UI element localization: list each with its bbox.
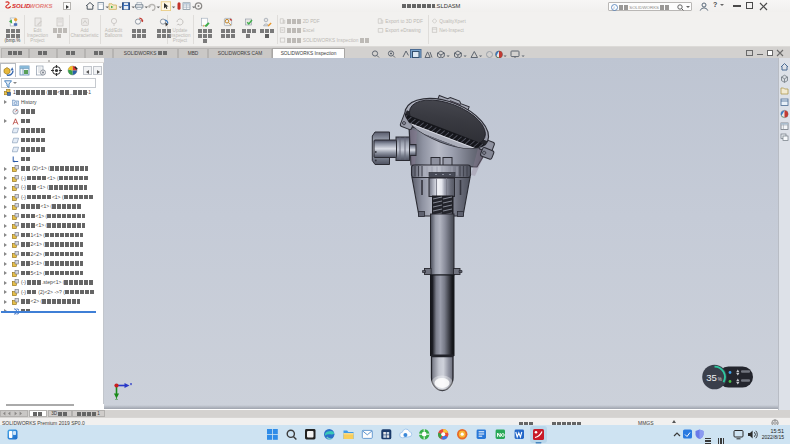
svg-text:35: 35 <box>706 372 717 383</box>
svg-text:i: i <box>613 5 615 10</box>
svg-text:%: % <box>718 377 722 382</box>
